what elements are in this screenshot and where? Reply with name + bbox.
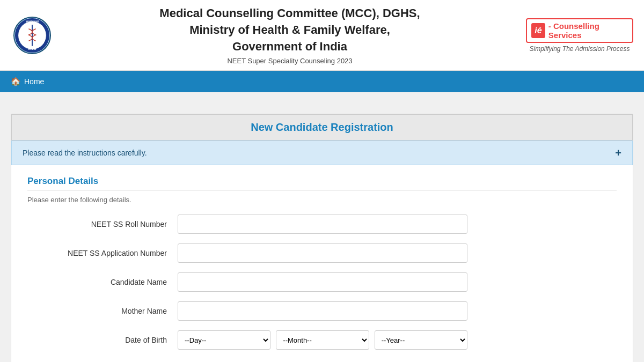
svg-text:सत्यमेव जयते: सत्यमेव जयते (25, 20, 39, 23)
brand-box: ié - Counselling Services (526, 18, 633, 43)
home-icon: 🏠 (11, 77, 21, 86)
candidate-name-input[interactable] (178, 272, 467, 292)
neet-roll-input[interactable] (178, 215, 467, 234)
neet-app-input-container (178, 243, 467, 263)
neet-roll-row: NEET SS Roll Number (27, 215, 617, 234)
header-title: Medical Counselling Committee (MCC), DGH… (54, 5, 526, 55)
mcc-logo: MCC सत्यमेव जयते (13, 17, 51, 54)
dob-month-select[interactable]: --Month--JanuaryFebruaryMarchAprilMayJun… (276, 330, 369, 350)
form-hint: Please enter the following details. (27, 196, 617, 204)
instructions-banner: Please read the instructions carefully. … (11, 141, 633, 165)
mother-name-row: Mother Name (27, 301, 617, 321)
section-title: New Candidate Registration (23, 121, 621, 134)
candidate-name-row: Candidate Name (27, 272, 617, 292)
home-nav-link[interactable]: 🏠 Home (11, 77, 44, 86)
mother-name-label: Mother Name (27, 307, 178, 315)
neet-app-row: NEET SS Application Number (27, 243, 617, 263)
instructions-text: Please read the instructions carefully. (23, 149, 147, 157)
dob-row: Date of Birth --Day--1234567891011121314… (27, 330, 617, 350)
dob-year-select[interactable]: --Year--19601961196219631964196519661967… (375, 330, 467, 350)
neet-app-label: NEET SS Application Number (27, 249, 178, 257)
mcc-logo-container: MCC सत्यमेव जयते (11, 17, 54, 54)
section-header: New Candidate Registration (11, 114, 633, 141)
dob-selects: --Day--123456789101112131415161718192021… (178, 330, 467, 350)
mother-name-input[interactable] (178, 301, 467, 321)
svg-text:MCC: MCC (28, 47, 36, 50)
header-title-block: Medical Counselling Committee (MCC), DGH… (54, 5, 526, 65)
neet-roll-input-container (178, 215, 467, 234)
home-nav-label: Home (24, 77, 44, 86)
neet-roll-label: NEET SS Roll Number (27, 220, 178, 228)
candidate-name-label: Candidate Name (27, 278, 178, 286)
instructions-toggle-button[interactable]: + (615, 147, 621, 158)
personal-details-title: Personal Details (27, 176, 617, 190)
form-section: Personal Details Please enter the follow… (11, 165, 633, 362)
brand-icon: ié (531, 23, 545, 38)
brand-logo-container: ié - Counselling Services Simplifying Th… (526, 18, 633, 53)
dob-label: Date of Birth (27, 336, 178, 344)
header-subtitle: NEET Super Speciality Counseling 2023 (54, 57, 526, 65)
candidate-name-input-container (178, 272, 467, 292)
brand-text: - Counselling Services (548, 21, 628, 40)
page-header: MCC सत्यमेव जयते Medical Counselling Com… (0, 0, 644, 71)
navbar: 🏠 Home (0, 71, 644, 92)
dob-day-select[interactable]: --Day--123456789101112131415161718192021… (178, 330, 270, 350)
mother-name-input-container (178, 301, 467, 321)
main-content-panel: New Candidate Registration Please read t… (11, 114, 633, 362)
brand-tagline: Simplifying The Admission Process (530, 45, 630, 53)
neet-app-input[interactable] (178, 243, 467, 263)
